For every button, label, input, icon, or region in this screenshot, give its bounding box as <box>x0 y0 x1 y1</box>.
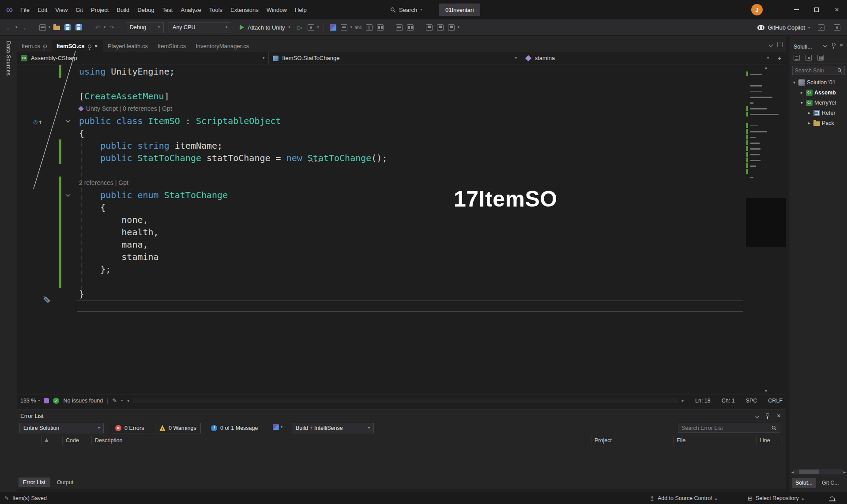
split-window-handle-icon[interactable]: + <box>773 55 786 62</box>
chevron-down-icon[interactable]: ▾ <box>49 26 50 29</box>
minimize-button[interactable] <box>786 0 806 19</box>
code-row[interactable]: mana, <box>17 238 746 251</box>
switch-views-icon[interactable] <box>794 55 800 61</box>
platform-dropdown[interactable]: Any CPU ▾ <box>169 22 231 33</box>
codelens-text[interactable]: 2 references | Gpt <box>79 177 128 189</box>
chevron-down-icon[interactable]: ▾ <box>317 26 319 29</box>
minimap[interactable]: ▴ ▾ <box>746 64 786 395</box>
tree-item-solution-01[interactable]: ▾Solution '01 <box>790 77 847 87</box>
messages-filter-button[interactable]: i 0 of 1 Message <box>211 423 258 433</box>
expander-expanded-icon[interactable]: ▾ <box>799 100 804 105</box>
undo-icon[interactable]: ↶ <box>93 22 102 33</box>
code-row[interactable]: stamina <box>17 251 746 263</box>
code-cleanup-broom-icon[interactable]: ✎ <box>112 397 117 404</box>
menu-analyze[interactable]: Analyze <box>177 0 205 19</box>
member-dropdown[interactable]: stamina ▾ <box>521 52 773 64</box>
close-icon[interactable]: ✕ <box>777 413 781 419</box>
bookmark-icon[interactable] <box>425 22 434 33</box>
debug-configuration-dropdown[interactable]: Debug ▾ <box>126 22 164 33</box>
health-check-icon[interactable]: ✓ <box>53 398 59 404</box>
error-list-body[interactable] <box>17 445 786 477</box>
code-editor[interactable]: using UnityEngine;[CreateAssetMenu]Unity… <box>17 64 786 395</box>
scroll-down-icon[interactable]: ▾ <box>746 388 786 393</box>
menu-project[interactable]: Project <box>87 0 113 19</box>
close-icon[interactable]: ✕ <box>839 42 843 48</box>
tab-list-chevron-icon[interactable] <box>769 42 773 47</box>
line-indicator[interactable]: Ln: 18 <box>695 398 711 404</box>
search-box[interactable]: Search ▾ <box>390 0 422 19</box>
pin-icon[interactable] <box>43 45 47 48</box>
tree-item-assemb[interactable]: ▸Assemb <box>790 87 847 98</box>
menu-tools[interactable]: Tools <box>205 0 226 19</box>
column-header-code[interactable]: Code <box>63 436 92 445</box>
package-manager-icon[interactable] <box>328 22 338 33</box>
previous-bookmark-icon[interactable] <box>436 22 445 33</box>
chevron-down-icon[interactable]: ▾ <box>15 26 17 29</box>
close-button[interactable]: ✕ <box>827 0 847 19</box>
expander-collapsed-icon[interactable]: ▸ <box>807 110 812 115</box>
chevron-down-icon[interactable]: ▾ <box>121 399 123 402</box>
menu-extensions[interactable]: Extensions <box>226 0 263 19</box>
tab-playerhealth-cs[interactable]: PlayerHealth.cs <box>103 40 153 52</box>
navigate-cursor-icon[interactable] <box>376 22 385 33</box>
find-in-files-icon[interactable] <box>339 22 349 33</box>
save-all-icon[interactable] <box>74 22 83 33</box>
line-ending-indicator[interactable]: CRLF <box>768 398 783 404</box>
fold-collapse-icon[interactable] <box>65 117 70 122</box>
solution-search-box[interactable]: Search Solu <box>792 66 845 75</box>
data-sources-tab[interactable]: Data Sources <box>5 41 11 76</box>
tab-item-cs[interactable]: Item.cs <box>17 40 52 52</box>
tab-git-changes[interactable]: Git C... <box>818 478 843 488</box>
expander-expanded-icon[interactable]: ▾ <box>792 80 797 85</box>
new-project-icon[interactable] <box>38 22 47 33</box>
menu-build[interactable]: Build <box>113 0 133 19</box>
column-header-severity[interactable] <box>41 436 63 445</box>
copilot-status-icon[interactable] <box>44 398 49 403</box>
github-copilot-button[interactable]: GitHub Copilot ▾ <box>757 24 810 31</box>
pin-icon[interactable] <box>88 45 91 48</box>
tab-solution-explorer[interactable]: Solut... <box>792 478 816 488</box>
hot-reload-icon[interactable] <box>306 22 316 33</box>
menu-debug[interactable]: Debug <box>133 0 158 19</box>
start-without-debugging-icon[interactable]: ▷ <box>295 22 305 33</box>
build-intellisense-dropdown[interactable]: Build + IntelliSense ▾ <box>292 423 374 433</box>
column-header-line[interactable]: Line <box>757 436 783 445</box>
menu-help[interactable]: Help <box>291 0 311 19</box>
selection-icon[interactable] <box>365 22 374 33</box>
code-row[interactable] <box>17 164 746 177</box>
menu-git[interactable]: Git <box>72 0 87 19</box>
messages-filter-icon[interactable]: ▾ <box>273 424 282 430</box>
code-row[interactable] <box>17 300 746 312</box>
indentation-indicator[interactable]: SPC <box>746 398 757 404</box>
maximize-button[interactable] <box>806 0 827 19</box>
tab-itemso-cs[interactable]: ItemSO.cs✕ <box>52 40 103 52</box>
issues-status[interactable]: No issues found <box>63 398 103 404</box>
save-icon[interactable] <box>63 22 72 33</box>
code-row[interactable]: { <box>17 127 746 139</box>
code-row[interactable]: { <box>17 201 746 214</box>
redo-icon[interactable]: ↷ <box>107 22 117 33</box>
code-row[interactable]: }; <box>17 263 746 275</box>
menu-edit[interactable]: Edit <box>34 0 51 19</box>
code-row[interactable]: public StatToChange statToChange = new S… <box>17 152 746 164</box>
navigate-back-icon[interactable]: ← <box>4 22 14 33</box>
zoom-dropdown[interactable]: 133 % ▾ <box>20 398 40 404</box>
column-header-file[interactable]: File <box>674 436 757 445</box>
attach-to-unity-button[interactable]: Attach to Unity ▾ <box>236 24 294 31</box>
window-position-chevron-icon[interactable] <box>755 414 760 418</box>
open-file-icon[interactable] <box>52 22 61 33</box>
toolbar-overflow-chevron-icon[interactable]: ▾ <box>458 26 459 29</box>
menu-view[interactable]: View <box>51 0 72 19</box>
expander-collapsed-icon[interactable]: ▸ <box>799 90 804 95</box>
scrollbar-thumb[interactable] <box>799 470 819 474</box>
scroll-left-icon[interactable]: ◂ <box>127 398 129 403</box>
chevron-down-icon[interactable]: ▾ <box>104 26 105 29</box>
code-row[interactable]: ◎↑public class ItemSO : ScriptableObject <box>17 115 746 127</box>
avatar[interactable]: J <box>751 4 763 15</box>
column-header-description[interactable]: Description <box>92 436 591 445</box>
tree-item-refer[interactable]: ▸Refer <box>790 108 847 118</box>
horizontal-scrollbar[interactable]: ◂ ▸ <box>791 469 846 475</box>
close-icon[interactable]: ✕ <box>94 44 98 49</box>
add-to-source-control-button[interactable]: ↥ Add to Source Control ▴ <box>650 492 717 504</box>
code-row[interactable]: none, <box>17 214 746 226</box>
